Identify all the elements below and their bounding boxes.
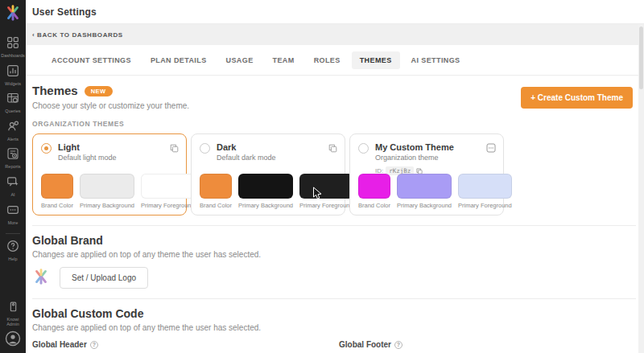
page-header: User Settings	[26, 0, 644, 24]
widgets-icon	[6, 64, 19, 80]
theme-name: Light	[58, 142, 117, 152]
queries-icon	[6, 92, 19, 108]
sidebar: Dashboards Widgets Queries	[0, 0, 26, 353]
theme-card-custom[interactable]: My Custom Theme Organization theme ID: r…	[349, 133, 504, 215]
reports-icon	[6, 147, 19, 163]
sidebar-item-help[interactable]: Help	[6, 240, 19, 262]
theme-card-dark[interactable]: Dark Default dark mode Brand Color	[191, 133, 345, 215]
swatch-primary-background[interactable]	[80, 174, 134, 199]
new-badge: NEW	[85, 86, 113, 96]
sidebar-item-widgets[interactable]: Widgets	[5, 64, 21, 87]
dashboards-icon	[6, 36, 19, 52]
theme-card-light[interactable]: Light Default light mode Brand Color	[32, 133, 187, 215]
swatch-primary-background[interactable]	[397, 174, 452, 199]
settings-tabs: ACCOUNT SETTINGS PLAN DETAILS USAGE TEAM…	[26, 45, 644, 76]
global-custom-code-title: Global Custom Code	[32, 307, 636, 320]
tab-plan-details[interactable]: PLAN DETAILS	[142, 51, 215, 69]
sidebar-item-ai[interactable]: AI	[6, 175, 19, 198]
global-brand-section: Global Brand Changes are applied on top …	[26, 226, 644, 299]
sidebar-divider	[6, 233, 20, 234]
alerts-icon	[6, 120, 19, 136]
sidebar-item-more[interactable]: More	[6, 203, 19, 226]
sidebar-item-queries[interactable]: Queries	[5, 92, 20, 114]
swatch-brand-color[interactable]	[41, 174, 73, 199]
radio-custom[interactable]	[358, 143, 369, 154]
sidebar-item-label: Dashboards	[1, 53, 25, 59]
swatch-primary-foreground[interactable]	[458, 174, 512, 199]
global-footer-label: Global Footer	[339, 340, 391, 349]
sidebar-item-label: Reports	[5, 164, 20, 170]
themes-title: Themes	[32, 84, 78, 97]
sidebar-item-alerts[interactable]: Alerts	[6, 120, 19, 142]
tab-roles[interactable]: ROLES	[306, 51, 349, 69]
page-title: User Settings	[32, 6, 97, 18]
organization-themes-label: ORGANIZATION THEMES	[32, 120, 636, 128]
global-header-field: Global Header ?	[32, 340, 326, 353]
sidebar-item-reports[interactable]: Reports	[5, 147, 20, 170]
sidebar-item-admin[interactable]: Knowi Admin	[2, 301, 23, 327]
ai-icon	[6, 175, 19, 191]
swatch-label: Primary Background	[80, 202, 134, 209]
create-custom-theme-button[interactable]: + Create Custom Theme	[521, 87, 633, 109]
global-header-label: Global Header	[32, 340, 87, 349]
upload-logo-button[interactable]: Set / Upload Logo	[60, 267, 148, 289]
help-circle-icon[interactable]: ?	[394, 341, 402, 349]
swatch-brand-color[interactable]	[200, 174, 232, 199]
swatch-label: Primary Background	[397, 202, 452, 209]
themes-subtitle: Choose your style or customize your them…	[32, 101, 189, 110]
tab-themes[interactable]: THEMES	[352, 51, 400, 69]
swatch-primary-foreground[interactable]	[299, 174, 353, 199]
main-area: User Settings ‹ BACK TO DASHBOARDS ACCOU…	[26, 0, 644, 353]
swatch-brand-color[interactable]	[358, 174, 390, 199]
theme-desc: Organization theme	[375, 154, 454, 162]
card-menu-icon[interactable]	[486, 142, 496, 156]
knowi-logo[interactable]	[4, 4, 22, 25]
sidebar-item-label: Widgets	[5, 81, 21, 87]
swatch-primary-foreground[interactable]	[141, 174, 195, 199]
global-custom-code-subtitle: Changes are applied on top of any theme …	[32, 323, 636, 332]
scrollbar-thumb[interactable]	[639, 27, 643, 89]
app-window: Dashboards Widgets Queries	[0, 0, 644, 353]
theme-cards: Light Default light mode Brand Color	[32, 133, 636, 215]
global-footer-field: Global Footer ?	[339, 340, 633, 353]
vertical-scrollbar[interactable]	[638, 24, 644, 353]
radio-light[interactable]	[41, 143, 52, 154]
tab-ai-settings[interactable]: AI SETTINGS	[403, 51, 469, 69]
swatch-label: Primary Background	[238, 202, 293, 209]
swatch-label: Primary Foreground	[299, 202, 353, 209]
themes-section: ThemesNEW Choose your style or customize…	[26, 76, 644, 226]
theme-name: Dark	[217, 142, 276, 152]
more-icon	[6, 203, 19, 220]
sidebar-item-dashboards[interactable]: Dashboards	[1, 36, 25, 59]
copy-icon[interactable]	[328, 142, 337, 156]
tab-account-settings[interactable]: ACCOUNT SETTINGS	[43, 51, 139, 69]
radio-dark[interactable]	[200, 143, 210, 154]
user-avatar[interactable]	[5, 330, 21, 347]
global-brand-title: Global Brand	[32, 234, 636, 247]
admin-badge-icon	[7, 301, 19, 316]
swatch-label: Primary Foreground	[141, 202, 195, 209]
back-strip: ‹ BACK TO DASHBOARDS	[26, 24, 644, 45]
copy-icon[interactable]	[170, 142, 179, 156]
swatch-label: Primary Foreground	[458, 202, 512, 209]
tab-team[interactable]: TEAM	[265, 51, 303, 69]
brand-logo	[32, 268, 50, 289]
global-custom-code-section: Global Custom Code Changes are applied o…	[26, 299, 644, 353]
theme-name: My Custom Theme	[375, 142, 454, 152]
sidebar-item-label: More	[8, 220, 19, 226]
sidebar-item-label: Help	[8, 257, 17, 262]
swatch-label: Brand Color	[200, 202, 232, 209]
swatch-label: Brand Color	[358, 202, 390, 209]
sidebar-item-label: Alerts	[7, 137, 19, 142]
sidebar-item-label: Queries	[5, 109, 20, 114]
sidebar-item-label: AI	[10, 192, 14, 198]
help-icon	[6, 240, 19, 256]
swatch-label: Brand Color	[41, 202, 73, 209]
theme-desc: Default light mode	[58, 154, 117, 162]
global-brand-subtitle: Changes are applied on top of any theme …	[32, 250, 636, 259]
theme-desc: Default dark mode	[217, 154, 276, 162]
help-circle-icon[interactable]: ?	[90, 341, 98, 349]
tab-usage[interactable]: USAGE	[218, 51, 262, 69]
swatch-primary-background[interactable]	[238, 174, 293, 199]
back-to-dashboards-link[interactable]: ‹ BACK TO DASHBOARDS	[32, 31, 123, 39]
